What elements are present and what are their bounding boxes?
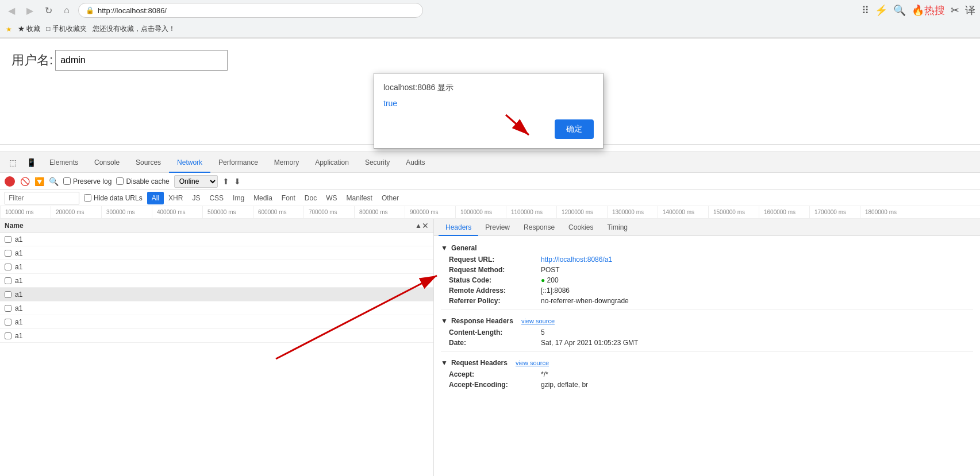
request-checkbox[interactable] bbox=[5, 277, 11, 284]
request-row[interactable]: a1 bbox=[0, 246, 433, 260]
request-checkbox[interactable] bbox=[5, 264, 11, 270]
ruler-1500: 1500000 ms bbox=[708, 206, 759, 218]
response-headers-section[interactable]: ▼ Response Headers view source bbox=[441, 314, 973, 327]
translate-icon[interactable]: 译 bbox=[965, 3, 975, 17]
detail-tab-response[interactable]: Response bbox=[517, 219, 562, 236]
filter-type-media[interactable]: Media bbox=[249, 192, 277, 204]
devtools-cursor-icon[interactable]: ⬚ bbox=[5, 154, 21, 171]
browser-chrome: ◀ ▶ ↻ ⌂ 🔒 http://localhost:8086/ ⠿ ⚡ 🔍 🔥… bbox=[0, 0, 980, 38]
upload-icon[interactable]: ⬆ bbox=[222, 177, 229, 186]
username-input[interactable] bbox=[55, 50, 228, 71]
filter-type-manifest[interactable]: Manifest bbox=[342, 192, 377, 204]
throttle-select[interactable]: Online Fast 3G Slow 3G Offline bbox=[174, 175, 218, 188]
filter-type-doc[interactable]: Doc bbox=[300, 192, 321, 204]
request-url-key: Request URL: bbox=[449, 256, 541, 264]
bookmark-mobile-label: □ 手机收藏夹 bbox=[46, 24, 87, 34]
apps-icon[interactable]: ⠿ bbox=[862, 4, 869, 17]
back-button[interactable]: ◀ bbox=[5, 3, 18, 17]
clear-button[interactable]: 🚫 bbox=[20, 176, 30, 187]
tab-performance[interactable]: Performance bbox=[210, 152, 266, 173]
record-button[interactable] bbox=[5, 176, 15, 187]
request-checkbox[interactable] bbox=[5, 332, 11, 339]
filter-type-other[interactable]: Other bbox=[377, 192, 403, 204]
request-name: a1 bbox=[15, 318, 22, 326]
request-row[interactable]: a1 bbox=[0, 329, 433, 343]
request-url-link[interactable]: http://localhost:8086/a1 bbox=[541, 256, 612, 264]
tab-audits[interactable]: Audits bbox=[398, 152, 433, 173]
preserve-log-label[interactable]: Preserve log bbox=[63, 177, 112, 185]
referrer-policy-key: Referrer Policy: bbox=[449, 297, 541, 305]
detail-tab-timing[interactable]: Timing bbox=[600, 219, 635, 236]
tab-memory[interactable]: Memory bbox=[266, 152, 307, 173]
request-row-selected[interactable]: a1 bbox=[0, 288, 433, 301]
request-headers-section[interactable]: ▼ Request Headers view source bbox=[441, 355, 973, 369]
devtools-panel: ⬚ 📱 Elements Console Sources Network Per… bbox=[0, 152, 980, 476]
tab-network[interactable]: Network bbox=[169, 152, 210, 173]
sort-icon[interactable]: ▲ bbox=[415, 222, 422, 230]
disable-cache-checkbox[interactable] bbox=[116, 177, 124, 185]
ruler-1200: 1200000 ms bbox=[556, 206, 607, 218]
filter-type-font[interactable]: Font bbox=[277, 192, 300, 204]
accept-encoding-val: gzip, deflate, br bbox=[541, 381, 588, 389]
hot-label[interactable]: 🔥热搜 bbox=[912, 3, 945, 17]
home-button[interactable]: ⌂ bbox=[60, 3, 74, 17]
request-checkbox[interactable] bbox=[5, 319, 11, 326]
reload-button[interactable]: ↻ bbox=[41, 3, 55, 17]
close-panel-icon[interactable]: ✕ bbox=[422, 221, 429, 230]
request-row[interactable]: a1 bbox=[0, 233, 433, 246]
filter-input[interactable] bbox=[5, 192, 79, 204]
response-headers-view-source[interactable]: view source bbox=[521, 318, 555, 324]
filter-type-all[interactable]: All bbox=[147, 192, 164, 204]
tab-console[interactable]: Console bbox=[86, 152, 128, 173]
hide-data-urls-label[interactable]: Hide data URLs bbox=[84, 194, 143, 202]
disable-cache-label[interactable]: Disable cache bbox=[116, 177, 169, 185]
tab-application[interactable]: Application bbox=[307, 152, 357, 173]
page-content: 用户名: localhost:8086 显示 true 确定 bbox=[0, 38, 980, 145]
requests-header-row: Name ▲ ✕ bbox=[0, 219, 433, 233]
address-bar[interactable]: 🔒 http://localhost:8086/ bbox=[78, 3, 423, 18]
search-icon[interactable]: 🔍 bbox=[893, 4, 906, 17]
scissors-icon[interactable]: ✂ bbox=[951, 4, 959, 17]
devtools-phone-icon[interactable]: 📱 bbox=[23, 154, 39, 171]
search-filter-icon[interactable]: 🔍 bbox=[49, 177, 59, 186]
preserve-log-checkbox[interactable] bbox=[63, 177, 71, 185]
lightning-icon[interactable]: ⚡ bbox=[875, 4, 887, 17]
request-headers-view-source[interactable]: view source bbox=[516, 359, 549, 366]
request-checkbox[interactable] bbox=[5, 291, 11, 298]
forward-button[interactable]: ▶ bbox=[23, 3, 37, 17]
request-row[interactable]: a1 bbox=[0, 260, 433, 274]
filter-type-xhr[interactable]: XHR bbox=[164, 192, 187, 204]
preserve-log-text: Preserve log bbox=[73, 177, 112, 185]
detail-tab-cookies[interactable]: Cookies bbox=[562, 219, 600, 236]
general-section-header[interactable]: ▼ General bbox=[441, 241, 973, 254]
username-label: 用户名: bbox=[11, 52, 53, 69]
detail-tab-preview[interactable]: Preview bbox=[478, 219, 517, 236]
filter-type-img[interactable]: Img bbox=[228, 192, 249, 204]
request-checkbox[interactable] bbox=[5, 236, 11, 243]
ruler-1600: 1600000 ms bbox=[759, 206, 809, 218]
bookmark-mobile[interactable]: □ 手机收藏夹 bbox=[46, 24, 87, 34]
download-icon[interactable]: ⬇ bbox=[234, 177, 241, 186]
bookmark-favorites[interactable]: ★ 收藏 bbox=[18, 24, 40, 34]
filter-type-css[interactable]: CSS bbox=[205, 192, 228, 204]
request-row[interactable]: a1 bbox=[0, 301, 433, 315]
request-row[interactable]: a1 bbox=[0, 274, 433, 288]
request-row[interactable]: a1 bbox=[0, 315, 433, 329]
tab-elements[interactable]: Elements bbox=[41, 152, 86, 173]
detail-tab-headers[interactable]: Headers bbox=[439, 219, 478, 236]
hide-data-urls-checkbox[interactable] bbox=[84, 194, 91, 202]
request-checkbox[interactable] bbox=[5, 305, 11, 312]
alert-confirm-button[interactable]: 确定 bbox=[555, 119, 594, 139]
request-checkbox[interactable] bbox=[5, 250, 11, 257]
general-triangle: ▼ bbox=[441, 244, 448, 252]
request-method-val: POST bbox=[541, 266, 560, 274]
filter-type-ws[interactable]: WS bbox=[321, 192, 341, 204]
referrer-policy-val: no-referrer-when-downgrade bbox=[541, 297, 629, 305]
tab-sources[interactable]: Sources bbox=[128, 152, 169, 173]
filter-icon[interactable]: 🔽 bbox=[34, 177, 44, 186]
ruler-900: 900000 ms bbox=[405, 206, 455, 218]
filter-type-js[interactable]: JS bbox=[187, 192, 205, 204]
tab-security[interactable]: Security bbox=[357, 152, 398, 173]
content-length-key: Content-Length: bbox=[449, 328, 541, 336]
request-headers-triangle: ▼ bbox=[441, 359, 448, 367]
